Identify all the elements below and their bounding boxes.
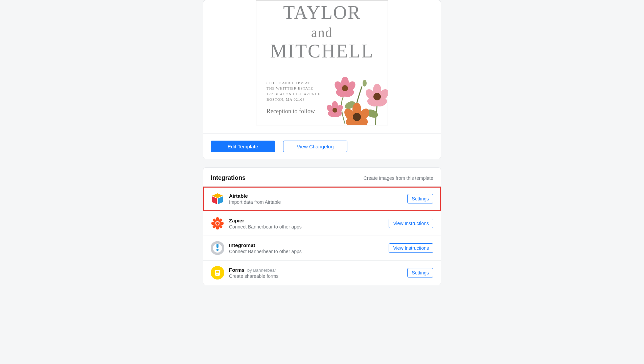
svg-rect-46 (216, 271, 219, 272)
invitation-name-1: TAYLOR (267, 1, 377, 23)
wedding-invitation-preview: TAYLOR and MITCHELL 8TH OF APRIL 1PM AT … (256, 0, 388, 125)
integration-desc: Connect Bannerbear to other apps (229, 224, 384, 229)
forms-logo-icon (211, 266, 224, 280)
invitation-and: and (267, 25, 377, 41)
integration-text: Forms by Bannerbear Create shareable for… (229, 267, 402, 279)
integrations-card: Integrations Create images from this tem… (203, 167, 441, 285)
integration-row-zapier: Zapier Connect Bannerbear to other apps … (203, 211, 441, 236)
integration-desc: Import data from Airtable (229, 199, 402, 205)
integration-desc: Connect Bannerbear to other apps (229, 249, 384, 254)
template-preview-area: TAYLOR and MITCHELL 8TH OF APRIL 1PM AT … (203, 0, 441, 134)
integrations-subtitle: Create images from this template (364, 175, 433, 181)
view-changelog-button[interactable]: View Changelog (283, 141, 347, 152)
invitation-name-2: MITCHELL (267, 41, 377, 61)
integration-desc: Create shareable forms (229, 273, 402, 279)
svg-point-28 (332, 108, 337, 113)
svg-point-44 (216, 249, 218, 251)
template-actions-bar: Edit Template View Changelog (203, 134, 441, 159)
integration-text: Zapier Connect Bannerbear to other apps (229, 218, 384, 229)
integration-title: Forms by Bannerbear (229, 267, 402, 273)
flowers-illustration (325, 73, 388, 125)
integration-row-forms: Forms by Bannerbear Create shareable for… (203, 260, 441, 285)
integration-name: Forms (229, 267, 245, 273)
template-preview-card: TAYLOR and MITCHELL 8TH OF APRIL 1PM AT … (203, 0, 441, 159)
integromat-instructions-button[interactable]: View Instructions (389, 243, 433, 253)
svg-point-10 (342, 85, 348, 91)
edit-template-button[interactable]: Edit Template (211, 141, 275, 152)
integration-text: Integromat Connect Bannerbear to other a… (229, 242, 384, 254)
zapier-logo-icon (211, 217, 224, 230)
svg-point-22 (353, 113, 361, 121)
svg-point-0 (363, 80, 367, 87)
forms-settings-button[interactable]: Settings (407, 268, 433, 277)
integration-title: Integromat (229, 242, 384, 248)
integrations-header: Integrations Create images from this tem… (203, 168, 441, 186)
integration-byline: by Bannerbear (247, 268, 276, 273)
integration-title: Zapier (229, 218, 384, 223)
integration-text: Airtable Import data from Airtable (229, 193, 402, 205)
svg-point-16 (373, 93, 381, 100)
integration-row-airtable: Airtable Import data from Airtable Setti… (203, 186, 441, 211)
integromat-logo-icon (211, 241, 224, 255)
integration-title: Airtable (229, 193, 402, 199)
integration-row-integromat: Integromat Connect Bannerbear to other a… (203, 236, 441, 260)
airtable-logo-icon (211, 192, 224, 205)
svg-point-41 (216, 222, 219, 225)
zapier-instructions-button[interactable]: View Instructions (389, 219, 433, 228)
svg-marker-31 (218, 196, 223, 204)
invitation-names: TAYLOR and MITCHELL (267, 1, 377, 61)
svg-rect-47 (216, 272, 219, 273)
integrations-title: Integrations (211, 174, 246, 181)
svg-rect-48 (216, 274, 218, 274)
svg-rect-43 (216, 244, 218, 248)
airtable-settings-button[interactable]: Settings (407, 194, 433, 203)
svg-marker-30 (212, 196, 217, 204)
